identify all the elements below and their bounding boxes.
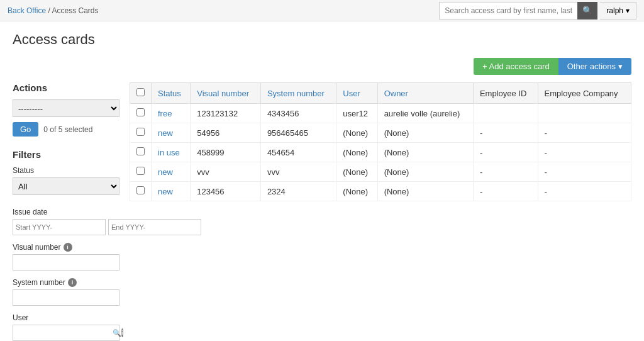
row-checkbox[interactable] [136, 108, 145, 116]
row-owner: (None) [377, 123, 473, 143]
row-system-number: 4343456 [260, 104, 336, 123]
col-system-number[interactable]: System number [260, 83, 336, 104]
row-system-number: 2324 [260, 182, 336, 201]
row-status[interactable]: new [152, 162, 191, 182]
go-button[interactable]: Go [13, 122, 38, 137]
row-user: user12 [336, 104, 377, 123]
add-access-card-button[interactable]: + Add access card [474, 58, 558, 75]
visual-number-label: Visual number i [13, 243, 119, 252]
row-checkbox[interactable] [136, 186, 145, 194]
col-user[interactable]: User [336, 83, 377, 104]
user-search-icon[interactable]: 🔍 [113, 329, 121, 337]
row-employee-company: - [538, 162, 631, 182]
select-all-checkbox[interactable] [136, 88, 145, 96]
table-row: new 54956 956465465 (None) (None) - - [130, 123, 631, 143]
user-filter-label: User [13, 313, 119, 322]
status-label: Status [13, 166, 119, 175]
row-employee-id: - [473, 123, 538, 143]
row-checkbox[interactable] [136, 147, 145, 155]
user-info-icon[interactable]: i [121, 328, 123, 337]
col-employee-company: Employee Company [538, 83, 631, 104]
row-visual-number: 458999 [191, 143, 261, 162]
row-employee-company: - [538, 123, 631, 143]
row-status[interactable]: in use [152, 143, 191, 162]
col-status[interactable]: Status [152, 83, 191, 104]
page-content: Access cards + Add access card Other act… [0, 21, 644, 341]
row-system-number: vvv [260, 162, 336, 182]
status-select[interactable]: All free new in use [13, 177, 119, 195]
access-cards-table: Status Visual number System number User … [130, 82, 631, 201]
row-system-number: 956465465 [260, 123, 336, 143]
row-employee-id: - [473, 143, 538, 162]
row-employee-company: - [538, 182, 631, 201]
status-link[interactable]: new [158, 128, 173, 138]
nav-right: 🔍 ralph ▾ [439, 2, 636, 20]
search-input[interactable] [439, 2, 577, 20]
table-row: new 123456 2324 (None) (None) - - [130, 182, 631, 201]
row-checkbox-cell [130, 104, 152, 123]
action-bar: + Add access card Other actions ▾ [13, 58, 631, 75]
row-checkbox-cell [130, 143, 152, 162]
main-layout: Actions --------- Go 0 of 5 selected Fil… [13, 82, 631, 341]
row-user: (None) [336, 162, 377, 182]
row-owner: (None) [377, 143, 473, 162]
search-button[interactable]: 🔍 [577, 2, 597, 20]
breadcrumb-parent[interactable]: Back Office [8, 6, 46, 15]
system-number-label: System number i [13, 278, 119, 287]
username-label: ralph [606, 6, 623, 15]
col-employee-id: Employee ID [473, 83, 538, 104]
dropdown-icon: ▾ [626, 6, 630, 15]
row-checkbox-cell [130, 182, 152, 201]
filters-section: Filters Status All free new in use Issue… [13, 149, 119, 341]
system-number-info-icon[interactable]: i [68, 278, 77, 287]
breadcrumb: Back Office / Access Cards [8, 6, 99, 15]
row-employee-company: - [538, 143, 631, 162]
visual-number-info-icon[interactable]: i [64, 243, 72, 252]
go-row: Go 0 of 5 selected [13, 122, 119, 137]
start-date-input[interactable] [13, 219, 106, 235]
col-visual-number[interactable]: Visual number [191, 83, 261, 104]
row-status[interactable]: new [152, 182, 191, 201]
row-employee-id: - [473, 182, 538, 201]
row-employee-company [538, 104, 631, 123]
user-input-container: 🔍 i [13, 325, 119, 341]
row-system-number: 454654 [260, 143, 336, 162]
other-actions-label: Other actions [567, 62, 616, 71]
table-row: free 123123132 4343456 user12 aurelie vo… [130, 104, 631, 123]
row-checkbox-cell [130, 162, 152, 182]
visual-number-input[interactable] [13, 254, 119, 271]
top-nav: Back Office / Access Cards 🔍 ralph ▾ [0, 0, 644, 21]
search-icon: 🔍 [582, 6, 592, 15]
row-owner: (None) [377, 162, 473, 182]
other-actions-dropdown-icon: ▾ [618, 62, 623, 71]
sidebar: Actions --------- Go 0 of 5 selected Fil… [13, 82, 119, 341]
filter-issue-date: Issue date [13, 208, 119, 235]
selected-count: 0 of 5 selected [43, 125, 92, 134]
row-owner: (None) [377, 182, 473, 201]
row-checkbox[interactable] [136, 128, 145, 136]
filter-system-number: System number i [13, 278, 119, 306]
actions-select[interactable]: --------- [13, 99, 119, 117]
status-link[interactable]: in use [158, 148, 180, 157]
other-actions-button[interactable]: Other actions ▾ [558, 58, 631, 75]
row-user: (None) [336, 123, 377, 143]
table-header-row: Status Visual number System number User … [130, 83, 631, 104]
status-link[interactable]: new [158, 167, 173, 177]
table-container: Status Visual number System number User … [130, 82, 631, 341]
row-status[interactable]: free [152, 104, 191, 123]
user-input[interactable] [13, 328, 113, 337]
breadcrumb-current: Access Cards [52, 6, 99, 15]
status-link[interactable]: free [158, 109, 172, 118]
system-number-input[interactable] [13, 289, 119, 306]
col-owner[interactable]: Owner [377, 83, 473, 104]
user-menu-button[interactable]: ralph ▾ [600, 2, 636, 20]
row-user: (None) [336, 143, 377, 162]
filter-user: User 🔍 i [13, 313, 119, 341]
actions-section: Actions --------- Go 0 of 5 selected [13, 82, 119, 137]
page-title: Access cards [13, 31, 631, 48]
row-checkbox-cell [130, 123, 152, 143]
status-link[interactable]: new [158, 187, 173, 196]
row-checkbox[interactable] [136, 167, 145, 175]
row-owner: aurelie volle (aurelie) [377, 104, 473, 123]
row-status[interactable]: new [152, 123, 191, 143]
